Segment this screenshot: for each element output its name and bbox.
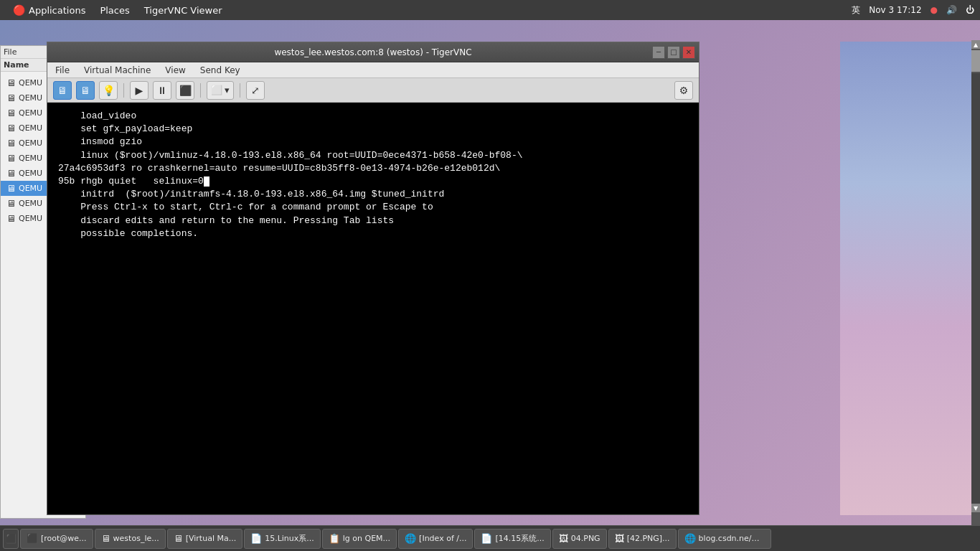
vnc-tb-fullscreen-btn[interactable]: ⤢ — [246, 81, 265, 100]
taskbar-btn-42png[interactable]: 🖼[42.PNG]... — [608, 529, 677, 549]
taskbar: ⬛ ⬛[root@we...🖥westos_le...🖥[Virtual Ma.… — [0, 525, 980, 551]
display-icon: ⬜ — [211, 85, 222, 95]
terminal-line: 27a4c6953df3 ro crashkernel=auto resume=… — [58, 162, 688, 175]
taskbar-icon-linux-course: 📄 — [250, 533, 262, 544]
fm-item-icon: 🖥 — [6, 198, 16, 209]
tb-sep-2 — [200, 83, 201, 98]
system-bar-right: 英 Nov 3 17:12 ● 🔊 ⏻ — [852, 4, 974, 17]
fm-item-icon: 🖥 — [6, 138, 16, 149]
vnc-tb-stop-btn[interactable]: ⬛ — [176, 81, 194, 100]
fm-menu-file[interactable]: File — [4, 47, 17, 57]
terminal-line: linux ($root)/vmlinuz-4.18.0-193.el8.x86… — [58, 149, 688, 162]
tigervnc-window: westos_lee.westos.com:8 (westos) - Tiger… — [47, 42, 699, 515]
taskbar-btn-root-terminal[interactable]: ⬛[root@we... — [20, 529, 93, 549]
volume-icon[interactable]: 🔊 — [946, 5, 957, 15]
taskbar-label-lg-qem: lg on QEM... — [343, 534, 390, 543]
right-panel — [840, 42, 980, 515]
applications-label: Applications — [29, 5, 85, 16]
terminal-line: load_video — [58, 110, 688, 123]
terminal-line: 95b rhgb quiet selinux=0 — [58, 175, 688, 188]
vnc-menu-send-key[interactable]: Send Key — [196, 64, 245, 77]
fm-item-label: QEMU — [19, 78, 42, 88]
vnc-terminal-display[interactable]: load_video set gfx_payload=keep insmod g… — [47, 103, 699, 514]
terminal-line: insmod gzio — [58, 136, 688, 149]
places-menu[interactable]: Places — [93, 0, 136, 20]
taskbar-btn-index-firefox[interactable]: 🌐[Index of /... — [398, 529, 473, 549]
fm-item-label: QEMU — [19, 93, 42, 103]
main-scrollbar[interactable]: ▲ ▼ — [971, 40, 980, 545]
taskbar-icon-index-firefox: 🌐 — [405, 533, 416, 544]
vnc-tb-screenshot-btn[interactable]: 🖥 — [53, 81, 72, 100]
vnc-tb-display-dropdown[interactable]: ⬜ ▾ — [207, 81, 234, 100]
taskbar-label-root-terminal: [root@we... — [41, 534, 87, 543]
show-desktop-btn[interactable]: ⬛ — [3, 529, 19, 549]
scroll-up-btn[interactable]: ▲ — [971, 40, 980, 49]
terminal-line: discard edits and return to the menu. Pr… — [58, 215, 688, 227]
fm-item-label: QEMU — [19, 123, 42, 133]
show-desktop-icon: ⬛ — [6, 534, 17, 544]
taskbar-label-system-doc: [14.15系统... — [495, 533, 544, 544]
vnc-toolbar: 🖥 🖥 💡 ▶ ⏸ ⬛ ⬜ ▾ ⤢ ⚙ — [47, 78, 699, 103]
taskbar-icon-virtual-machine: 🖥 — [174, 533, 183, 544]
recording-dot: ● — [930, 5, 938, 15]
system-bar-left: 🔴 Applications Places TigerVNC Viewer — [6, 0, 230, 20]
taskbar-label-42png: [42.PNG]... — [627, 534, 670, 543]
fm-item-icon: 🖥 — [6, 213, 16, 224]
taskbar-btn-linux-course[interactable]: 📄15.Linux系... — [244, 529, 321, 549]
fm-item-icon: 🖥 — [6, 93, 16, 103]
vnc-tb-play-btn[interactable]: ▶ — [130, 81, 149, 100]
fm-item-label: QEMU — [19, 214, 42, 223]
lang-indicator[interactable]: 英 — [852, 4, 860, 17]
fm-item-label: QEMU — [19, 108, 42, 118]
vnc-tb-monitor-btn[interactable]: 🖥 — [76, 81, 95, 100]
taskbar-label-index-firefox: [Index of /... — [419, 534, 466, 543]
vnc-close-btn[interactable]: ✕ — [682, 46, 695, 59]
vnc-tb-light-btn[interactable]: 💡 — [99, 81, 118, 100]
tb-sep-3 — [240, 83, 240, 98]
vnc-minimize-btn[interactable]: ─ — [652, 46, 665, 59]
vnc-menu-file[interactable]: File — [51, 64, 74, 77]
tigervnc-menu[interactable]: TigerVNC Viewer — [137, 0, 230, 20]
taskbar-btn-virtual-machine[interactable]: 🖥[Virtual Ma... — [167, 529, 242, 549]
taskbar-btn-westos-vnc[interactable]: 🖥westos_le... — [95, 529, 166, 549]
taskbar-icon-root-terminal: ⬛ — [27, 533, 38, 544]
vnc-titlebar[interactable]: westos_lee.westos.com:8 (westos) - Tiger… — [47, 42, 699, 62]
vnc-title: westos_lee.westos.com:8 (westos) - Tiger… — [274, 47, 471, 57]
vnc-menu-virtual-machine[interactable]: Virtual Machine — [80, 64, 155, 77]
taskbar-btn-lg-qem[interactable]: 📋lg on QEM... — [322, 529, 397, 549]
vnc-window-controls: ─ □ ✕ — [652, 46, 695, 59]
vnc-tb-pause-btn[interactable]: ⏸ — [153, 81, 171, 100]
terminal-cursor — [204, 176, 209, 187]
taskbar-btn-system-doc[interactable]: 📄[14.15系统... — [474, 529, 550, 549]
fm-item-icon: 🖥 — [6, 123, 16, 133]
fm-item-icon: 🖥 — [6, 153, 16, 164]
vnc-maximize-btn[interactable]: □ — [667, 46, 680, 59]
fm-item-label: QEMU — [19, 138, 42, 148]
terminal-line: possible completions. — [58, 227, 688, 240]
terminal-line: set gfx_payload=keep — [58, 123, 688, 136]
scroll-down-btn[interactable]: ▼ — [971, 504, 980, 512]
scroll-thumb[interactable] — [971, 50, 980, 72]
fm-item-icon: 🖥 — [6, 108, 16, 118]
vnc-menu-view[interactable]: View — [161, 64, 189, 77]
tigervnc-label: TigerVNC Viewer — [144, 5, 222, 16]
taskbar-btn-04png[interactable]: 🖼04.PNG — [552, 529, 607, 549]
fm-item-icon: 🖥 — [6, 77, 16, 88]
fm-item-icon: 🖥 — [6, 168, 16, 179]
vnc-tb-settings-btn[interactable]: ⚙ — [674, 81, 693, 100]
taskbar-label-blog-url: blog.csdn.ne/weixin_4... — [699, 534, 765, 543]
taskbar-btn-blog-url[interactable]: 🌐blog.csdn.ne/weixin_4... — [678, 529, 771, 549]
vnc-inner-menubar: File Virtual Machine View Send Key — [47, 62, 699, 78]
scroll-track — [971, 73, 980, 504]
taskbar-label-virtual-machine: [Virtual Ma... — [186, 534, 236, 543]
applications-menu[interactable]: 🔴 Applications — [6, 0, 93, 20]
taskbar-icon-blog-url: 🌐 — [684, 533, 696, 544]
fm-item-label: QEMU — [19, 199, 42, 208]
power-icon[interactable]: ⏻ — [966, 5, 974, 15]
taskbar-icon-westos-vnc: 🖥 — [101, 533, 110, 544]
taskbar-label-04png: 04.PNG — [571, 534, 600, 543]
taskbar-icon-system-doc: 📄 — [481, 533, 492, 544]
taskbar-icon-04png: 🖼 — [559, 533, 568, 544]
dropdown-arrow: ▾ — [225, 85, 230, 95]
fm-item-label: QEMU — [19, 169, 42, 178]
